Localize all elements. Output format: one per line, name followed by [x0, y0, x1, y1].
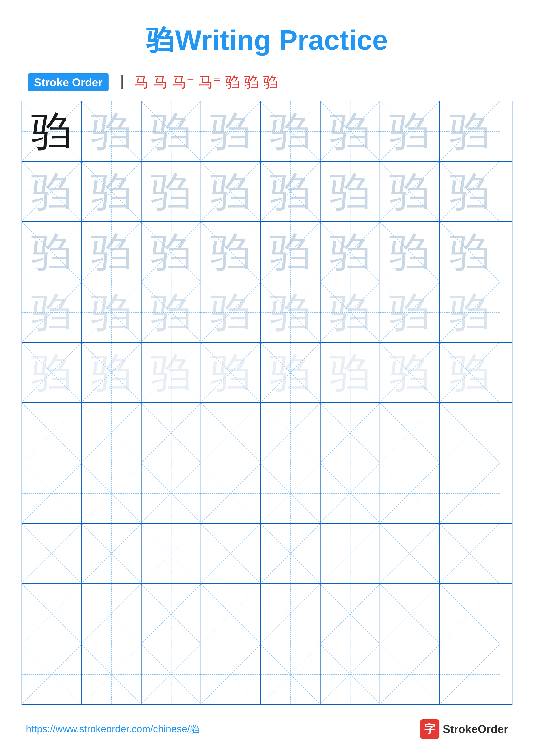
char-light: 驺	[31, 292, 72, 333]
svg-line-101	[141, 464, 201, 523]
grid-cell-2-2: 驺	[82, 162, 141, 221]
char-light: 驺	[91, 352, 132, 393]
stroke-7: 驺	[244, 72, 259, 92]
char-light: 驺	[449, 292, 490, 333]
char-light: 驺	[389, 292, 430, 333]
grid-row-7	[22, 463, 512, 524]
grid-cell-10-2	[82, 644, 141, 704]
char-faded: 驺	[151, 111, 191, 152]
grid-cell-7-8	[440, 463, 499, 523]
svg-line-111	[440, 463, 499, 523]
grid-row-9	[22, 584, 512, 644]
grid-cell-8-1	[22, 524, 82, 583]
grid-cell-9-3	[141, 584, 201, 644]
char-faded: 驺	[91, 111, 132, 152]
title-char: 驺	[146, 24, 174, 56]
svg-line-109	[380, 464, 439, 523]
grid-cell-6-1	[22, 403, 82, 463]
svg-line-105	[261, 464, 320, 523]
grid-row-10	[22, 644, 512, 704]
grid-cell-7-2	[82, 463, 141, 523]
svg-line-103	[201, 464, 260, 523]
char-faded: 驺	[389, 111, 430, 152]
char-light: 驺	[151, 292, 191, 333]
svg-line-117	[141, 524, 201, 583]
grid-cell-6-4	[201, 403, 261, 463]
svg-line-123	[320, 524, 380, 583]
grid-cell-10-1	[22, 644, 82, 704]
svg-line-107	[320, 464, 380, 523]
svg-line-100	[141, 464, 201, 523]
grid-cell-2-8: 驺	[440, 162, 499, 221]
grid-cell-6-5	[261, 403, 320, 463]
svg-line-102	[201, 464, 260, 523]
grid-cell-1-6: 驺	[320, 101, 380, 161]
grid-cell-1-7: 驺	[380, 101, 440, 161]
grid-cell-6-6	[320, 403, 380, 463]
grid-cell-3-7: 驺	[380, 222, 440, 282]
svg-line-155	[320, 645, 380, 704]
svg-line-158	[440, 644, 499, 704]
grid-cell-8-4	[201, 524, 261, 583]
char-faded: 驺	[330, 111, 370, 152]
svg-line-119	[201, 524, 260, 583]
char-faded: 驺	[330, 171, 370, 212]
stroke-4: 马⁻	[172, 72, 194, 92]
grid-cell-5-4: 驺	[201, 343, 261, 402]
footer: https://www.strokeorder.com/chinese/驺 字 …	[0, 719, 534, 739]
footer-url[interactable]: https://www.strokeorder.com/chinese/驺	[26, 722, 200, 736]
stroke-8: 驺	[263, 72, 278, 92]
grid-cell-5-8: 驺	[440, 343, 499, 402]
grid-cell-5-1: 驺	[22, 343, 82, 402]
char-light: 驺	[330, 292, 370, 333]
svg-line-135	[201, 584, 260, 643]
char-light: 驺	[270, 292, 311, 333]
svg-line-153	[261, 645, 320, 704]
char-light: 驺	[91, 292, 132, 333]
grid-cell-6-8	[440, 403, 499, 463]
svg-line-127	[440, 524, 499, 583]
svg-line-91	[320, 403, 380, 463]
grid-cell-10-3	[141, 644, 201, 704]
svg-line-157	[380, 645, 439, 704]
svg-line-125	[380, 524, 439, 583]
svg-line-114	[82, 524, 141, 583]
page-title: 驺 Writing Practice	[0, 0, 534, 60]
svg-line-146	[82, 645, 141, 704]
svg-line-82	[82, 403, 141, 463]
char-faded: 驺	[31, 231, 72, 272]
grid-cell-10-4	[201, 644, 261, 704]
grid-cell-4-7: 驺	[380, 282, 440, 342]
char-faded: 驺	[270, 171, 311, 212]
char-faded: 驺	[31, 171, 72, 212]
svg-line-142	[440, 584, 499, 644]
svg-line-80	[22, 403, 81, 463]
svg-line-85	[141, 403, 201, 463]
grid-cell-9-6	[320, 584, 380, 644]
brand-char: 字	[424, 721, 435, 737]
svg-line-96	[22, 464, 81, 523]
svg-line-145	[22, 645, 81, 704]
grid-cell-7-6	[320, 463, 380, 523]
grid-cell-2-5: 驺	[261, 162, 320, 221]
char-faded: 驺	[210, 111, 251, 152]
char-faded: 驺	[389, 231, 430, 272]
footer-brand: 字 StrokeOrder	[420, 719, 508, 739]
svg-line-147	[82, 645, 141, 704]
grid-cell-5-6: 驺	[320, 343, 380, 402]
svg-line-143	[440, 584, 499, 644]
svg-line-84	[141, 403, 201, 463]
svg-line-129	[22, 584, 81, 643]
grid-cell-5-5: 驺	[261, 343, 320, 402]
svg-line-86	[201, 403, 260, 463]
svg-line-92	[380, 403, 439, 463]
grid-cell-2-3: 驺	[141, 162, 201, 221]
char-light: 驺	[270, 352, 311, 393]
grid-cell-9-2	[82, 584, 141, 644]
grid-cell-3-5: 驺	[261, 222, 320, 282]
grid-row-4: 驺 驺 驺 驺 驺 驺 驺 驺	[22, 282, 512, 343]
stroke-2: 马	[134, 72, 149, 92]
char-faded: 驺	[151, 171, 191, 212]
svg-line-115	[82, 524, 141, 583]
grid-cell-1-3: 驺	[141, 101, 201, 161]
